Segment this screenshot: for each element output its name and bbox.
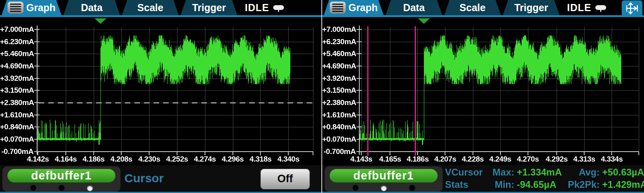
- trigger-position-marker-icon: [418, 18, 430, 24]
- buffer-selector[interactable]: defbuffer1: [325, 166, 443, 192]
- trigger-position-marker-icon: [95, 18, 106, 24]
- pk2pk-label: Pk2Pk:: [568, 179, 600, 191]
- tab-data[interactable]: Data: [386, 0, 442, 15]
- y-axis-tick-label: +2.380mA: [322, 98, 356, 107]
- page-dot[interactable]: [30, 185, 36, 191]
- trigger-state-label: IDLE: [245, 2, 269, 14]
- tab-scale[interactable]: Scale: [122, 0, 179, 15]
- x-axis-tick-label: 4.334s: [594, 155, 630, 164]
- y-axis-tick-label: +5.460mA: [322, 49, 356, 58]
- y-axis-tick-label: +3.150mA: [0, 86, 33, 95]
- pan-zoom-crosshair-icon: [624, 2, 640, 15]
- y-axis-tick-label: +3.920mA: [0, 74, 33, 83]
- tab-graph[interactable]: Graph: [324, 0, 384, 15]
- max-value: +1.334mA: [515, 166, 561, 178]
- y-axis-tick-label: +1.610mA: [0, 111, 33, 119]
- tab-trigger[interactable]: Trigger: [181, 0, 237, 15]
- page-dot[interactable]: [353, 185, 358, 191]
- trigger-state-indicator: IDLE: [567, 0, 606, 15]
- cursor-off-button[interactable]: Off: [260, 169, 310, 189]
- hamburger-menu-icon[interactable]: [8, 2, 24, 14]
- y-axis-tick-label: +5.460mA: [0, 49, 33, 58]
- graph-plot-canvas[interactable]: [322, 0, 644, 165]
- tab-graph-label: Graph: [26, 0, 56, 15]
- trigger-state-indicator: IDLE: [245, 0, 284, 15]
- y-axis-tick-label: +3.150mA: [322, 86, 356, 95]
- min-label: Min:: [490, 179, 514, 191]
- y-axis-tick-label: +1.610mA: [322, 111, 356, 119]
- y-axis-tick-label: +3.920mA: [322, 74, 356, 83]
- y-axis-tick-label: +6.230mA: [0, 37, 33, 46]
- page-dot[interactable]: [409, 185, 415, 191]
- graph-pan-zoom-button[interactable]: [622, 0, 642, 16]
- page-dot[interactable]: [381, 185, 387, 191]
- page-dot[interactable]: [87, 185, 93, 191]
- y-axis-tick-label: +0.070mA: [0, 135, 33, 144]
- tab-bar: Graph Data Scale Trigger IDLE: [322, 0, 644, 17]
- pk2pk-value: +1.429mA: [601, 179, 644, 191]
- y-axis-tick-label: +4.690mA: [322, 62, 356, 70]
- tab-trigger[interactable]: Trigger: [503, 0, 559, 15]
- y-axis-tick-label: +0.840mA: [322, 123, 356, 131]
- buffer-selector[interactable]: defbuffer1: [2, 166, 120, 192]
- y-axis-tick-label: +6.230mA: [322, 37, 356, 46]
- dual-instrument-screenshot: Graph Data Scale Trigger IDLE defbuffer1…: [0, 0, 644, 193]
- swipe-bar: defbuffer1 VCursor Max: +1.334mA Avg: +5…: [322, 165, 644, 193]
- x-axis-tick-label: 4.340s: [270, 155, 306, 164]
- y-axis-tick-label: +7.000mA: [322, 25, 356, 34]
- y-axis-tick-label: +4.690mA: [0, 62, 33, 70]
- output-off-icon: [595, 5, 606, 10]
- swipe-screen-title: Cursor: [124, 172, 163, 185]
- tab-graph-label: Graph: [349, 0, 378, 15]
- tab-bar: Graph Data Scale Trigger IDLE: [0, 0, 321, 17]
- y-axis-tick-label: +7.000mA: [0, 25, 33, 34]
- output-off-icon: [273, 5, 284, 10]
- left-instrument-screen: Graph Data Scale Trigger IDLE defbuffer1…: [0, 0, 321, 193]
- page-dot[interactable]: [59, 185, 65, 191]
- y-axis-tick-label: +0.840mA: [0, 123, 33, 131]
- y-axis-tick-label: +2.380mA: [0, 98, 33, 107]
- tab-scale[interactable]: Scale: [444, 0, 501, 15]
- swipe-page-dots[interactable]: [325, 185, 443, 191]
- stats-group-label: VCursor: [445, 166, 490, 178]
- tab-graph[interactable]: Graph: [2, 0, 61, 15]
- avg-label: Avg:: [568, 166, 600, 178]
- right-instrument-screen: Graph Data Scale Trigger IDLE defbuffer1: [322, 0, 644, 193]
- tab-data[interactable]: Data: [63, 0, 120, 15]
- avg-value: +50.63µA: [601, 166, 644, 178]
- buffer-name-button[interactable]: defbuffer1: [329, 169, 438, 183]
- max-label: Max:: [490, 166, 514, 178]
- min-value: -94.65µA: [515, 179, 561, 191]
- hamburger-menu-icon[interactable]: [330, 2, 346, 14]
- swipe-page-dots[interactable]: [2, 185, 120, 191]
- cursor-stats-readout: VCursor Max: +1.334mA Avg: +50.63µA Stat…: [445, 166, 644, 191]
- stats-group-label: Stats: [445, 179, 490, 191]
- buffer-name-button[interactable]: defbuffer1: [7, 169, 116, 183]
- trigger-state-label: IDLE: [567, 2, 591, 14]
- swipe-bar: defbuffer1 Cursor Off: [0, 165, 321, 193]
- y-axis-tick-label: +0.070mA: [322, 135, 356, 144]
- graph-plot-canvas[interactable]: [0, 0, 321, 165]
